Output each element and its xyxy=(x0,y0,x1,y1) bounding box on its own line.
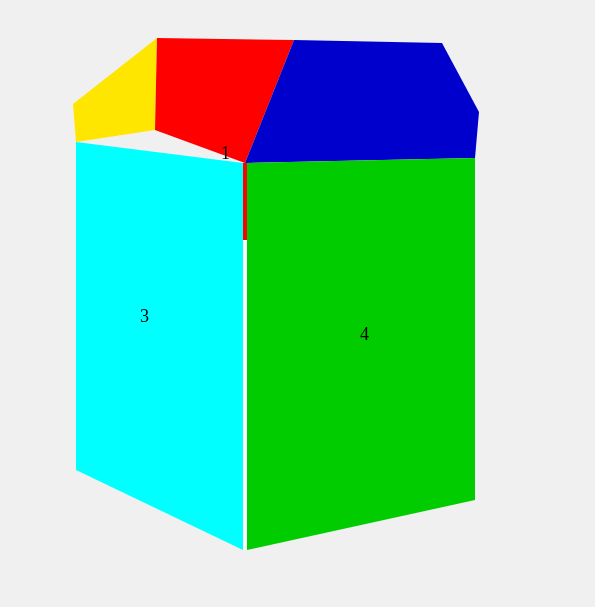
face-top-yellow xyxy=(73,38,157,142)
hexagonal-prism-diagram: 1 3 4 xyxy=(0,0,595,607)
label-top-red: 1 xyxy=(221,143,230,163)
label-front-left: 3 xyxy=(140,306,149,326)
face-front-left-cyan xyxy=(76,142,243,550)
label-front-right: 4 xyxy=(360,324,369,344)
face-front-right-green xyxy=(247,158,475,550)
